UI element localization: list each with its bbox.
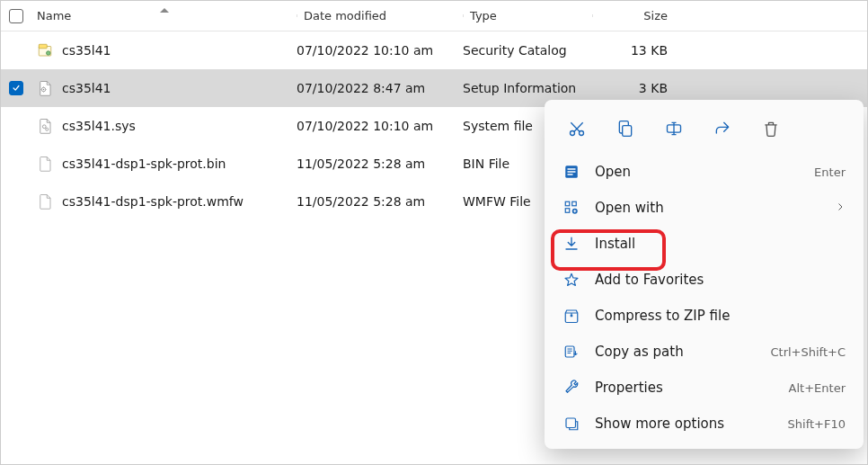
star-icon: [562, 271, 580, 289]
trash-icon: [762, 120, 780, 138]
share-button[interactable]: [706, 114, 739, 143]
column-name-label: Name: [37, 9, 71, 22]
inf-file-icon: [37, 80, 53, 96]
svg-rect-20: [566, 418, 576, 428]
file-row[interactable]: cs35l41 07/10/2022 10:10 am Security Cat…: [1, 31, 867, 69]
cut-button[interactable]: [561, 114, 593, 143]
svg-point-7: [571, 131, 575, 136]
copy-icon: [616, 120, 634, 138]
file-name: cs35l41: [62, 81, 111, 95]
copy-button[interactable]: [609, 114, 642, 143]
zip-icon: [562, 307, 580, 325]
menu-open[interactable]: Open Enter: [552, 154, 856, 190]
column-date-label: Date modified: [297, 9, 386, 22]
column-size[interactable]: Size: [592, 9, 684, 22]
svg-point-8: [580, 131, 584, 136]
column-type-label: Type: [463, 9, 497, 22]
svg-rect-14: [568, 174, 573, 175]
menu-properties-accel: Alt+Enter: [789, 381, 846, 395]
menu-copy-path[interactable]: Copy as path Ctrl+Shift+C: [552, 334, 856, 370]
svg-point-2: [47, 51, 51, 56]
menu-open-label: Open: [595, 164, 800, 180]
menu-copy-path-label: Copy as path: [595, 344, 756, 360]
column-size-label: Size: [643, 9, 668, 22]
column-headers: Name Date modified Type Size: [1, 1, 867, 31]
column-name[interactable]: Name: [31, 9, 297, 22]
menu-copy-path-accel: Ctrl+Shift+C: [770, 345, 846, 359]
menu-properties-label: Properties: [595, 380, 775, 396]
properties-icon: [562, 379, 580, 397]
context-menu: Open Enter Open with Install Add to Favo…: [545, 100, 864, 449]
sys-file-icon: [37, 118, 53, 134]
menu-install-label: Install: [595, 236, 846, 252]
file-size: 3 KB: [592, 81, 684, 95]
menu-install[interactable]: Install: [552, 226, 856, 262]
menu-favorites-label: Add to Favorites: [595, 272, 846, 288]
rename-icon: [665, 120, 683, 138]
menu-more-label: Show more options: [595, 416, 774, 432]
file-date: 07/10/2022 8:47 am: [297, 81, 463, 95]
file-type: Setup Information: [463, 81, 592, 95]
quick-actions-row: [552, 107, 856, 154]
generic-file-icon: [37, 156, 53, 172]
share-icon: [713, 120, 731, 138]
file-date: 11/05/2022 5:28 am: [297, 194, 463, 209]
svg-rect-17: [565, 209, 570, 213]
svg-rect-13: [568, 171, 576, 173]
svg-rect-12: [568, 168, 576, 170]
menu-compress[interactable]: Compress to ZIP file: [552, 298, 856, 334]
column-type[interactable]: Type: [463, 9, 592, 22]
sort-ascending-icon: [160, 8, 169, 13]
file-date: 11/05/2022 5:28 am: [297, 156, 463, 171]
file-name: cs35l41.sys: [62, 119, 136, 133]
chevron-right-icon: [835, 201, 846, 215]
rename-button[interactable]: [658, 114, 690, 143]
open-icon: [562, 163, 580, 181]
svg-rect-16: [572, 201, 577, 206]
menu-favorites[interactable]: Add to Favorites: [552, 262, 856, 298]
menu-compress-label: Compress to ZIP file: [595, 308, 846, 324]
svg-rect-15: [565, 201, 570, 206]
file-size: 13 KB: [592, 43, 684, 58]
svg-rect-19: [565, 346, 574, 357]
file-date: 07/10/2022 10:10 am: [297, 119, 463, 133]
column-date[interactable]: Date modified: [297, 9, 463, 22]
file-name: cs35l41: [62, 43, 111, 58]
svg-point-4: [43, 89, 45, 91]
file-date: 07/10/2022 10:10 am: [297, 43, 463, 58]
generic-file-icon: [37, 193, 53, 210]
select-all-checkbox[interactable]: [9, 9, 23, 23]
menu-open-with-label: Open with: [595, 200, 820, 216]
menu-open-with[interactable]: Open with: [552, 190, 856, 226]
delete-button[interactable]: [755, 114, 787, 143]
menu-more-options[interactable]: Show more options Shift+F10: [552, 406, 856, 442]
check-icon: [12, 84, 21, 93]
more-options-icon: [562, 415, 580, 433]
menu-more-accel: Shift+F10: [788, 417, 846, 431]
svg-rect-9: [623, 126, 632, 137]
row-checkbox[interactable]: [9, 81, 23, 95]
file-name: cs35l41-dsp1-spk-prot.bin: [62, 156, 226, 171]
scissors-icon: [568, 120, 586, 138]
install-icon: [562, 235, 580, 253]
menu-open-accel: Enter: [814, 165, 846, 179]
file-name: cs35l41-dsp1-spk-prot.wmfw: [62, 194, 244, 209]
copy-path-icon: [562, 343, 580, 361]
catalog-file-icon: [37, 42, 53, 58]
open-with-icon: [562, 199, 580, 217]
svg-rect-1: [39, 44, 47, 49]
file-type: Security Catalog: [463, 43, 592, 58]
menu-properties[interactable]: Properties Alt+Enter: [552, 370, 856, 406]
